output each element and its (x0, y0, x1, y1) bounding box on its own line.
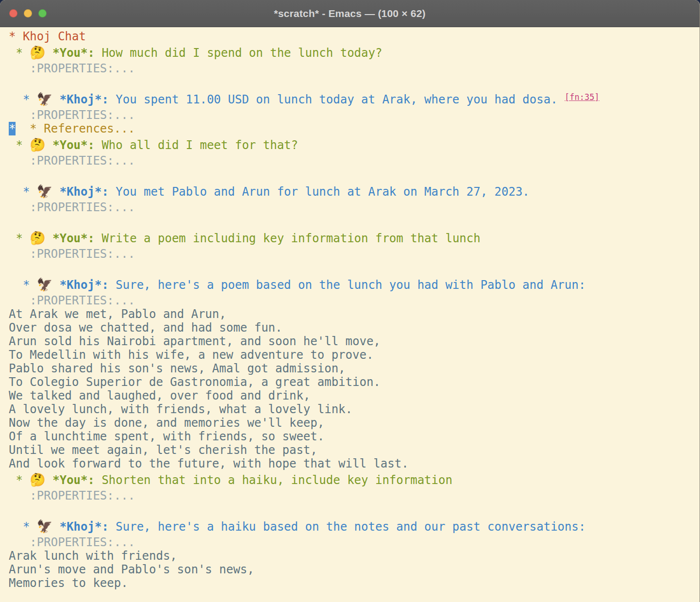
text-segment (16, 122, 30, 135)
properties-drawer-folded[interactable]: :PROPERTIES:... (9, 201, 135, 214)
titlebar[interactable]: *scratch* - Emacs — (100 × 62) (0, 0, 700, 27)
blank-line (9, 167, 700, 182)
text-segment (46, 232, 52, 245)
poem-line: A lovely lunch, with friends, what a lov… (9, 402, 700, 416)
minimize-button[interactable] (24, 9, 32, 17)
text-segment (46, 473, 52, 487)
properties-line: :PROPERTIES:... (9, 489, 700, 502)
poem-line-5: Pablo shared his son's news, Amal got ad… (9, 362, 346, 375)
references-heading-folded[interactable]: * References... (30, 122, 135, 135)
haiku-line: Memories to keep. (9, 576, 700, 590)
window-title: *scratch* - Emacs — (100 × 62) (274, 8, 425, 19)
poem-line-8: A lovely lunch, with friends, what a lov… (9, 402, 352, 416)
poem-line-10: Of a lunchtime spent, with friends, so s… (9, 430, 324, 443)
properties-line: :PROPERTIES:... (9, 108, 700, 122)
speaker-khoj-label: *Khoj*: (60, 185, 109, 199)
speaker-khoj-label: *Khoj*: (60, 278, 109, 292)
emacs-window: *scratch* - Emacs — (100 × 62) * Khoj Ch… (0, 0, 700, 602)
haiku-line: Arun's move and Pablo's son's news, (9, 563, 700, 576)
haiku-line: Arak lunch with friends, (9, 549, 700, 563)
zoom-button[interactable] (38, 9, 47, 17)
org-star: * (9, 232, 30, 245)
you-question-1: How much did I spend on the lunch today? (95, 46, 382, 60)
org-star: * (9, 46, 30, 60)
properties-line: :PROPERTIES:... (9, 247, 700, 261)
thinking-face-emoji: 🤔 (30, 137, 45, 152)
poem-line: At Arak we met, Pablo and Arun, (9, 307, 700, 321)
you-message-line: * 🤔 *You*: Shorten that into a haiku, in… (9, 470, 700, 489)
poem-line: Over dosa we chatted, and had some fun. (9, 321, 700, 334)
speaker-khoj-label: *Khoj*: (60, 520, 109, 534)
properties-drawer-folded[interactable]: :PROPERTIES:... (9, 154, 135, 167)
poem-line: To Medellin with his wife, a new adventu… (9, 348, 700, 362)
speaker-you-label: *You*: (52, 232, 95, 245)
poem-line: Now the day is done, and memories we'll … (9, 416, 700, 430)
haiku-line-2: Arun's move and Pablo's son's news, (9, 563, 254, 576)
window-controls (9, 0, 47, 27)
org-star: * (9, 93, 37, 106)
footnote-link[interactable]: [fn:35] (565, 92, 600, 102)
khoj-chat-title: * Khoj Chat (9, 30, 86, 43)
eagle-emoji: 🦅 (37, 277, 52, 292)
blank-line (9, 75, 700, 90)
properties-drawer-folded[interactable]: :PROPERTIES:... (9, 535, 135, 549)
blank-line (9, 502, 700, 517)
you-message-line: * 🤔 *You*: Write a poem including key in… (9, 229, 700, 247)
properties-drawer-folded[interactable]: :PROPERTIES:... (9, 62, 135, 75)
properties-line: :PROPERTIES:... (9, 294, 700, 307)
poem-line-6: To Colegio Superior de Gastronomia, a gr… (9, 375, 381, 389)
text-cursor: * (9, 122, 16, 135)
thinking-face-emoji: 🤔 (30, 472, 45, 487)
you-question-2: Who all did I meet for that? (95, 138, 298, 152)
properties-line: :PROPERTIES:... (9, 154, 700, 167)
poem-line-2: Over dosa we chatted, and had some fun. (9, 321, 283, 334)
poem-line-9: Now the day is done, and memories we'll … (9, 416, 324, 430)
buffer[interactable]: * Khoj Chat * 🤔 *You*: How much did I sp… (0, 27, 700, 590)
poem-line: Until we meet again, let's cherish the p… (9, 443, 700, 457)
poem-line-4: To Medellin with his wife, a new adventu… (9, 348, 373, 362)
properties-line: :PROPERTIES:... (9, 201, 700, 214)
text-segment (46, 138, 52, 152)
khoj-answer-3: Sure, here's a poem based on the lunch y… (109, 278, 586, 292)
you-question-3: Write a poem including key information f… (95, 232, 481, 245)
blank-line (9, 261, 700, 275)
haiku-line-3: Memories to keep. (9, 576, 128, 590)
you-question-4: Shorten that into a haiku, include key i… (95, 473, 452, 487)
poem-line-7: We talked and laughed, over food and dri… (9, 389, 310, 402)
eagle-emoji: 🦅 (37, 184, 52, 199)
org-star: * (9, 185, 37, 199)
eagle-emoji: 🦅 (37, 92, 52, 106)
khoj-message-line: * 🦅 *Khoj*: You spent 11.00 USD on lunch… (9, 90, 700, 108)
poem-line: To Colegio Superior de Gastronomia, a gr… (9, 375, 700, 389)
org-heading-khoj-chat: * Khoj Chat (9, 30, 700, 43)
references-line: * * References... (9, 122, 700, 135)
poem-line-3: Arun sold his Nairobi apartment, and soo… (9, 334, 381, 348)
khoj-message-line: * 🦅 *Khoj*: Sure, here's a poem based on… (9, 275, 700, 294)
text-segment (52, 278, 59, 292)
thinking-face-emoji: 🤔 (30, 45, 45, 60)
speaker-khoj-label: *Khoj*: (60, 93, 109, 106)
khoj-answer-2: You met Pablo and Arun for lunch at Arak… (109, 185, 530, 199)
poem-line: Arun sold his Nairobi apartment, and soo… (9, 334, 700, 348)
khoj-answer-4: Sure, here's a haiku based on the notes … (109, 520, 586, 534)
close-button[interactable] (9, 9, 17, 17)
properties-drawer-folded[interactable]: :PROPERTIES:... (9, 247, 135, 261)
properties-drawer-folded[interactable]: :PROPERTIES:... (9, 489, 135, 502)
poem-line-1: At Arak we met, Pablo and Arun, (9, 307, 226, 321)
khoj-answer-1: You spent 11.00 USD on lunch today at Ar… (109, 93, 565, 106)
properties-line: :PROPERTIES:... (9, 62, 700, 75)
khoj-message-line: * 🦅 *Khoj*: You met Pablo and Arun for l… (9, 182, 700, 201)
org-star: * (9, 473, 30, 487)
thinking-face-emoji: 🤔 (30, 231, 45, 245)
text-segment (52, 93, 59, 106)
poem-line: We talked and laughed, over food and dri… (9, 389, 700, 402)
khoj-message-line: * 🦅 *Khoj*: Sure, here's a haiku based o… (9, 517, 700, 535)
poem-line: Pablo shared his son's news, Amal got ad… (9, 362, 700, 375)
properties-drawer-folded[interactable]: :PROPERTIES:... (9, 108, 135, 122)
properties-drawer-folded[interactable]: :PROPERTIES:... (9, 294, 135, 307)
poem-line-12: And look forward to the future, with hop… (9, 457, 409, 470)
speaker-you-label: *You*: (52, 46, 95, 60)
text-segment (46, 46, 52, 60)
org-star: * (9, 278, 37, 292)
haiku-line-1: Arak lunch with friends, (9, 549, 177, 563)
